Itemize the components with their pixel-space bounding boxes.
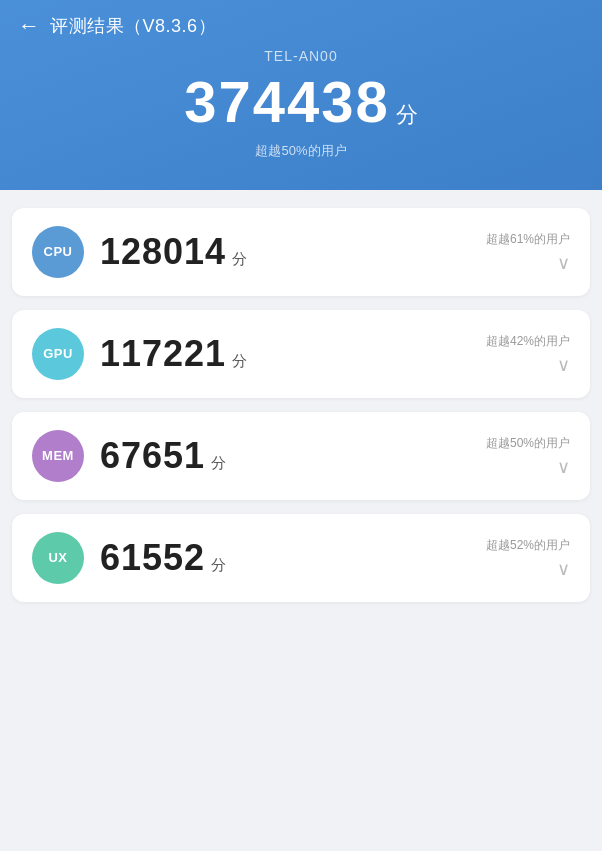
chevron-icon-mem[interactable]: ∨ (557, 458, 570, 476)
badge-ux: UX (32, 532, 84, 584)
score-unit: 分 (396, 100, 418, 130)
chevron-icon-gpu[interactable]: ∨ (557, 356, 570, 374)
total-score: 374438 (184, 70, 390, 134)
badge-mem: MEM (32, 430, 84, 482)
card-mem[interactable]: MEM 67651 分 超越50%的用户 ∨ (12, 412, 590, 500)
badge-cpu: CPU (32, 226, 84, 278)
hero-percentile: 超越50%的用户 (0, 142, 602, 160)
top-bar: ← 评测结果（V8.3.6） (0, 0, 602, 48)
card-score-mem: 67651 (100, 435, 205, 477)
card-unit-mem: 分 (211, 454, 226, 473)
hero-section: ← 评测结果（V8.3.6） TEL-AN00 374438 分 超越50%的用… (0, 0, 602, 190)
card-right-mem: 超越50%的用户 ∨ (486, 435, 570, 476)
card-score-ux: 61552 (100, 537, 205, 579)
card-score-group: 61552 分 (100, 537, 470, 579)
chevron-icon-ux[interactable]: ∨ (557, 560, 570, 578)
card-score-group: 128014 分 (100, 231, 470, 273)
card-unit-cpu: 分 (232, 250, 247, 269)
card-score-gpu: 117221 (100, 333, 226, 375)
badge-gpu: GPU (32, 328, 84, 380)
card-score-cpu: 128014 (100, 231, 226, 273)
card-score-group: 117221 分 (100, 333, 470, 375)
card-unit-gpu: 分 (232, 352, 247, 371)
card-percentile-mem: 超越50%的用户 (486, 435, 570, 452)
card-score-group: 67651 分 (100, 435, 470, 477)
chevron-icon-cpu[interactable]: ∨ (557, 254, 570, 272)
card-ux[interactable]: UX 61552 分 超越52%的用户 ∨ (12, 514, 590, 602)
card-percentile-cpu: 超越61%的用户 (486, 231, 570, 248)
page-title: 评测结果（V8.3.6） (50, 14, 216, 38)
card-gpu[interactable]: GPU 117221 分 超越42%的用户 ∨ (12, 310, 590, 398)
total-score-row: 374438 分 (0, 70, 602, 134)
card-right-cpu: 超越61%的用户 ∨ (486, 231, 570, 272)
card-unit-ux: 分 (211, 556, 226, 575)
card-right-ux: 超越52%的用户 ∨ (486, 537, 570, 578)
card-percentile-gpu: 超越42%的用户 (486, 333, 570, 350)
card-right-gpu: 超越42%的用户 ∨ (486, 333, 570, 374)
device-name: TEL-AN00 (0, 48, 602, 64)
cards-section: CPU 128014 分 超越61%的用户 ∨ GPU 117221 分 超越4… (0, 190, 602, 620)
back-button[interactable]: ← (18, 15, 40, 37)
card-cpu[interactable]: CPU 128014 分 超越61%的用户 ∨ (12, 208, 590, 296)
card-percentile-ux: 超越52%的用户 (486, 537, 570, 554)
